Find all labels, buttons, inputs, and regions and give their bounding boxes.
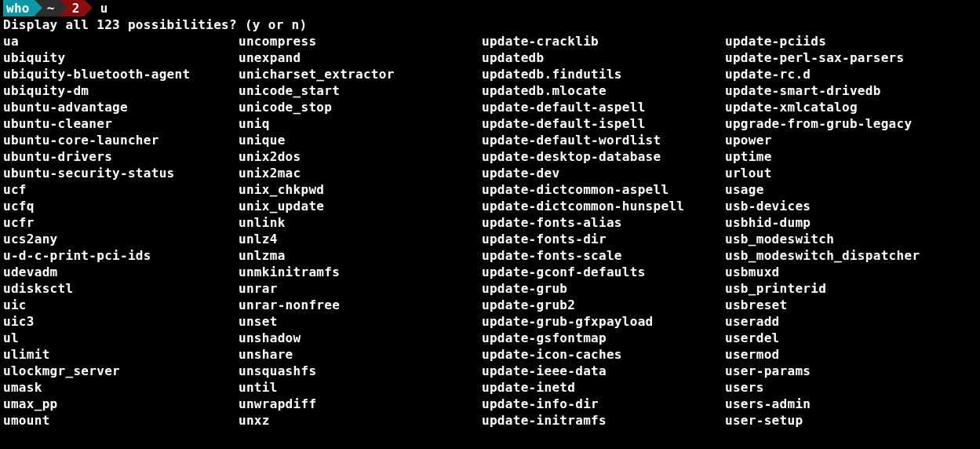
completion-item: unicode_start xyxy=(239,82,482,99)
completion-item: uptime xyxy=(725,148,976,165)
completion-item: update-info-dir xyxy=(482,396,725,412)
completion-item: unicharset_extractor xyxy=(239,66,482,82)
completion-item: until xyxy=(239,379,482,396)
prompt-line: who ~ 2 u xyxy=(3,0,977,16)
chevron-right-icon xyxy=(35,0,42,16)
completion-item: unix2dos xyxy=(239,148,482,165)
completion-item: update-grub xyxy=(482,280,725,297)
completion-item: user-params xyxy=(725,363,976,379)
completion-item: unrar-nonfree xyxy=(239,297,482,313)
completion-item: ubiquity xyxy=(3,49,239,66)
completion-item: update-fonts-alias xyxy=(482,214,725,231)
completion-column: uncompressunexpandunicharset_extractorun… xyxy=(239,33,482,429)
completion-item: unwrapdiff xyxy=(239,396,482,412)
completion-item: updatedb.findutils xyxy=(482,66,725,82)
completion-item: udevadm xyxy=(3,264,239,280)
completion-item: ua xyxy=(3,33,239,49)
completion-item: updatedb xyxy=(482,49,725,66)
completion-item: ubiquity-dm xyxy=(3,82,239,99)
completion-item: unshare xyxy=(239,346,482,363)
chevron-right-icon xyxy=(60,0,67,16)
completion-item: unmkinitramfs xyxy=(239,264,482,280)
completion-item: update-dev xyxy=(482,165,725,181)
completion-item: uic3 xyxy=(3,313,239,330)
completion-item: usb_modeswitch_dispatcher xyxy=(725,247,976,264)
completion-item: update-cracklib xyxy=(482,33,725,49)
completion-item: ubuntu-security-status xyxy=(3,165,239,181)
completion-item: unset xyxy=(239,313,482,330)
completion-item: usbmuxd xyxy=(725,264,976,280)
completion-item: update-fonts-scale xyxy=(482,247,725,264)
completion-item: unix_chkpwd xyxy=(239,181,482,198)
completion-item: update-gconf-defaults xyxy=(482,264,725,280)
completion-columns: uaubiquityubiquity-bluetooth-agentubiqui… xyxy=(3,33,977,429)
completion-item: unsquashfs xyxy=(239,363,482,379)
completion-item: userdel xyxy=(725,330,976,346)
completion-item: unlink xyxy=(239,214,482,231)
prompt-user: who xyxy=(6,0,30,16)
completion-item: update-default-ispell xyxy=(482,115,725,132)
completion-column: update-cracklibupdatedbupdatedb.findutil… xyxy=(482,33,725,429)
completion-item: update-desktop-database xyxy=(482,148,725,165)
completion-item: ubiquity-bluetooth-agent xyxy=(3,66,239,82)
prompt-user-segment: who xyxy=(3,0,35,16)
chevron-right-icon xyxy=(85,0,93,16)
completion-item: usermod xyxy=(725,346,976,363)
completion-item: update-default-aspell xyxy=(482,99,725,115)
completion-item: ubuntu-core-launcher xyxy=(3,132,239,148)
completion-item: umask xyxy=(3,379,239,396)
completion-item: usbhid-dump xyxy=(725,214,976,231)
completion-item: umax_pp xyxy=(3,396,239,412)
completion-item: usb_printerid xyxy=(725,280,976,297)
completion-item: update-xmlcatalog xyxy=(725,99,976,115)
completion-item: ucs2any xyxy=(3,231,239,247)
completion-item: usb-devices xyxy=(725,198,976,214)
completion-item: ulockmgr_server xyxy=(3,363,239,379)
completion-item: update-ieee-data xyxy=(482,363,725,379)
completion-item: unlz4 xyxy=(239,231,482,247)
completion-column: update-pciidsupdate-perl-sax-parsersupda… xyxy=(725,33,976,429)
completion-item: uniq xyxy=(239,115,482,132)
completion-item: update-pciids xyxy=(725,33,976,49)
completion-item: unique xyxy=(239,132,482,148)
completion-item: umount xyxy=(3,412,239,429)
prompt-path: ~ xyxy=(47,0,55,16)
completion-item: update-perl-sax-parsers xyxy=(725,49,976,66)
completion-item: ubuntu-cleaner xyxy=(3,115,239,132)
completion-item: ul xyxy=(3,330,239,346)
completion-item: users xyxy=(725,379,976,396)
possibilities-prompt: Display all 123 possibilities? (y or n) xyxy=(3,16,977,33)
completion-item: user-setup xyxy=(725,412,976,429)
completion-item: usbreset xyxy=(725,297,976,313)
completion-item: usb_modeswitch xyxy=(725,231,976,247)
completion-item: u-d-c-print-pci-ids xyxy=(3,247,239,264)
completion-item: update-default-wordlist xyxy=(482,132,725,148)
completion-item: unlzma xyxy=(239,247,482,264)
completion-item: unrar xyxy=(239,280,482,297)
completion-item: ucfq xyxy=(3,198,239,214)
completion-item: update-gsfontmap xyxy=(482,330,725,346)
completion-item: uic xyxy=(3,297,239,313)
completion-item: update-fonts-dir xyxy=(482,231,725,247)
completion-item: unxz xyxy=(239,412,482,429)
completion-item: update-rc.d xyxy=(725,66,976,82)
completion-item: update-grub-gfxpayload xyxy=(482,313,725,330)
completion-item: unshadow xyxy=(239,330,482,346)
completion-item: update-icon-caches xyxy=(482,346,725,363)
completion-item: unix2mac xyxy=(239,165,482,181)
completion-item: users-admin xyxy=(725,396,976,412)
completion-item: unix_update xyxy=(239,198,482,214)
completion-item: urlout xyxy=(725,165,976,181)
terminal[interactable]: who ~ 2 u Display all 123 possibilities?… xyxy=(0,0,980,429)
completion-item: update-initramfs xyxy=(482,412,725,429)
completion-item: unexpand xyxy=(239,49,482,66)
completion-item: update-grub2 xyxy=(482,297,725,313)
completion-item: udisksctl xyxy=(3,280,239,297)
completion-item: unicode_stop xyxy=(239,99,482,115)
completion-item: update-inetd xyxy=(482,379,725,396)
completion-item: update-smart-drivedb xyxy=(725,82,976,99)
completion-item: ucf xyxy=(3,181,239,198)
completion-item: update-dictcommon-hunspell xyxy=(482,198,725,214)
completion-item: ubuntu-advantage xyxy=(3,99,239,115)
completion-item: upower xyxy=(725,132,976,148)
